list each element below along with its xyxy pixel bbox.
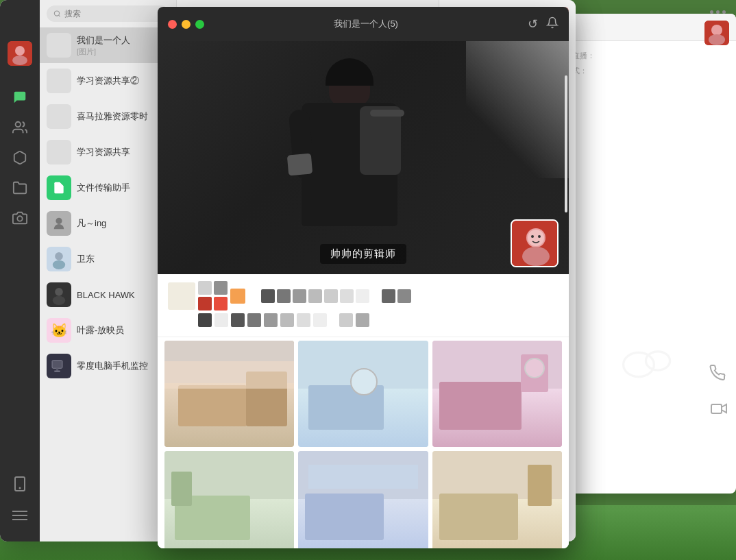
bedroom-image-3[interactable] (432, 341, 562, 447)
popup-window: 我们是一个人(5) ↺ (158, 7, 569, 548)
color-swatch-light1[interactable] (324, 289, 338, 303)
sidebar-mobile-icon[interactable] (8, 472, 32, 496)
color-swatch-gray1[interactable] (198, 281, 212, 295)
popup-scrollbar[interactable] (565, 75, 567, 212)
color-swatch-red1[interactable] (198, 297, 212, 311)
svg-rect-28 (56, 368, 58, 370)
svg-point-1 (646, 352, 670, 370)
sidebar-item-contacts[interactable] (8, 115, 32, 140)
sidebar-bottom (8, 472, 32, 528)
chat-list: 我们是一个人 [图片] 学习资源共享② (40, 27, 176, 541)
bedroom-image-4[interactable] (164, 451, 294, 548)
color-swatch-r2-9[interactable] (339, 313, 353, 327)
chat-avatar-xuexi2 (47, 69, 71, 93)
bedroom-image-1[interactable] (164, 341, 294, 447)
video-call-avatar (511, 219, 559, 267)
color-swatch-r2-4[interactable] (247, 313, 261, 327)
popup-controls: ↺ (528, 16, 559, 32)
color-swatch-mid2[interactable] (308, 289, 322, 303)
chat-name-file-helper: 文件传输助手 (77, 182, 169, 194)
color-swatch-r2-5[interactable] (264, 313, 278, 327)
sidebar-item-chat[interactable] (8, 85, 32, 110)
popup-titlebar: 我们是一个人(5) ↺ (158, 7, 569, 41)
color-swatch-r2-7[interactable] (297, 313, 310, 327)
svg-rect-29 (54, 371, 60, 372)
chat-name-xuexi: 学习资源共享 (77, 146, 169, 158)
chat-item-xuexi2[interactable]: 学习资源共享② (40, 63, 176, 99)
sidebar-item-discover[interactable] (8, 145, 32, 170)
palette-row-2 (168, 313, 559, 327)
color-swatch-mid1[interactable] (293, 289, 306, 303)
chat-item-black-hawk[interactable]: BLACK HAWK (40, 277, 176, 313)
color-swatch-orange[interactable] (230, 289, 245, 304)
color-swatch-r2-2[interactable] (214, 313, 228, 327)
bedroom-image-2[interactable] (298, 341, 428, 447)
color-swatch-p1[interactable] (382, 289, 395, 303)
color-swatch-lighter[interactable] (356, 289, 369, 303)
chat-avatar-women (47, 33, 71, 58)
video-subtitle: 帅帅的剪辑师 (320, 244, 406, 264)
chat-item-file-helper[interactable]: 文件传输助手 (40, 170, 176, 206)
chat-item-weidong[interactable]: 卫东 (40, 241, 176, 277)
background-window: 号直播： 模式： (558, 14, 736, 494)
refresh-button[interactable]: ↺ (528, 16, 538, 32)
color-swatch-dark2[interactable] (277, 289, 291, 303)
chat-avatar-weidong (47, 247, 71, 271)
bedroom-image-6[interactable] (432, 451, 562, 548)
color-swatch-gray2[interactable] (214, 281, 228, 295)
chat-item-women-yige-ren[interactable]: 我们是一个人 [图片] (40, 27, 176, 63)
color-swatch-dark1[interactable] (261, 289, 275, 303)
color-swatch-r2-8[interactable] (313, 313, 327, 327)
svg-point-40 (528, 230, 544, 246)
chat-info-black-hawk: BLACK HAWK (77, 290, 169, 300)
color-swatch-r2-1[interactable] (198, 313, 212, 327)
chat-list-panel: 我们是一个人 [图片] 学习资源共享② (40, 0, 177, 541)
chat-avatar-xuexi (47, 140, 71, 165)
palette-gray-row (261, 289, 369, 303)
chat-item-ximalaya[interactable]: 喜马拉雅资源零时 (40, 99, 176, 134)
bg-window-content: 号直播： 模式： (558, 41, 736, 85)
chat-item-xuexi[interactable]: 学习资源共享 (40, 134, 176, 170)
popup-title: 我们是一个人(5) (204, 18, 528, 30)
color-swatch-light2[interactable] (340, 289, 354, 303)
image-row-1 (164, 341, 562, 447)
sidebar-item-collections[interactable] (8, 175, 32, 200)
svg-point-39 (522, 247, 550, 266)
chat-avatar-yelu: 🐱 (47, 318, 71, 343)
color-swatch-cream[interactable] (168, 282, 195, 310)
svg-point-25 (53, 296, 65, 305)
user-avatar[interactable] (8, 41, 32, 66)
chat-item-fanging[interactable]: 凡～ing (40, 206, 176, 241)
svg-point-11 (17, 216, 22, 221)
svg-point-41 (531, 235, 534, 238)
sidebar-item-moments[interactable] (8, 206, 32, 230)
chat-item-lingdu[interactable]: 零度电脑手机监控 (40, 348, 176, 384)
bedroom-image-5[interactable] (298, 451, 428, 548)
phone-call-icon[interactable] (709, 365, 726, 384)
notifications-button[interactable] (546, 16, 559, 32)
color-swatch-r2-10[interactable] (356, 313, 369, 327)
sidebar-menu-icon[interactable] (8, 503, 32, 528)
search-input[interactable] (64, 9, 162, 19)
chat-info-weidong: 卫东 (77, 253, 169, 265)
image-grid (158, 337, 569, 548)
chat-info-lingdu: 零度电脑手机监控 (77, 360, 169, 372)
color-swatch-r2-3[interactable] (231, 313, 245, 327)
minimize-button[interactable] (182, 20, 191, 29)
svg-point-0 (624, 352, 654, 376)
video-call-icon[interactable] (711, 402, 727, 418)
chat-item-yelu[interactable]: 🐱 叶露-放映员 (40, 313, 176, 348)
chat-avatar-file-helper (47, 175, 71, 200)
maximize-button[interactable] (195, 20, 204, 29)
color-swatch-red2[interactable] (214, 297, 228, 311)
search-bar (40, 0, 176, 27)
color-swatch-p2[interactable] (397, 289, 411, 303)
svg-point-9 (12, 56, 27, 65)
chat-info-xuexi: 学习资源共享 (77, 146, 169, 158)
close-button[interactable] (168, 20, 177, 29)
chat-info-ximalaya: 喜马拉雅资源零时 (77, 110, 169, 123)
wechat-watermark (620, 340, 674, 398)
color-swatch-r2-6[interactable] (280, 313, 294, 327)
macos-menu-dots[interactable] (710, 10, 726, 14)
chat-name-yelu: 叶露-放映员 (77, 324, 169, 337)
